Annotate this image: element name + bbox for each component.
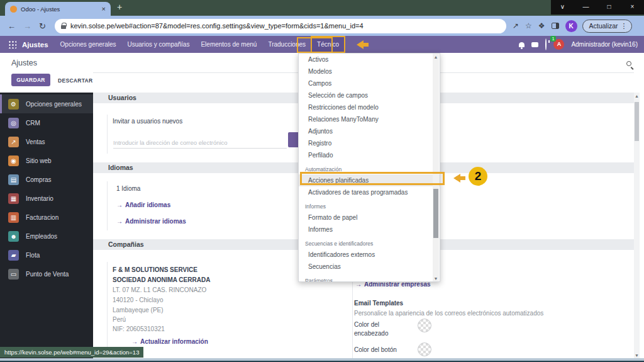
website-globe-icon: ◉ [8, 156, 19, 166]
fleet-car-icon: ▰ [8, 250, 19, 261]
dropdown-item-modelos[interactable]: Modelos [299, 65, 440, 77]
arrow-right-icon: → [131, 338, 138, 345]
forward-icon[interactable]: → [23, 21, 31, 31]
scroll-down-icon[interactable]: ▼ [634, 353, 640, 358]
pos-icon: ▭ [8, 269, 19, 280]
activities-clock[interactable]: 1 [545, 39, 547, 50]
browser-menu-icon[interactable]: ⋮ [621, 22, 628, 30]
dropdown-header-informes: Informes [299, 198, 440, 212]
dropdown-item-informes[interactable]: Informes [299, 223, 440, 235]
update-info-link[interactable]: →Actualizar información [131, 338, 208, 345]
status-link-tooltip: https://kevin.solse.pe/web#menu_id=29&ac… [0, 347, 143, 358]
dropdown-header-parametros: Parámetros [299, 273, 440, 282]
scroll-up-icon[interactable]: ▲ [634, 93, 640, 100]
company-name-line2: SOCIEDAD ANONIMA CERRADA [113, 276, 210, 283]
sidebar-item-crm[interactable]: ◎ CRM [0, 113, 93, 132]
search-icon[interactable] [626, 61, 631, 66]
address-bar[interactable]: kevin.solse.pe/web#action=87&model=res.c… [55, 19, 506, 33]
sales-chart-icon: ↗ [8, 137, 19, 147]
sidebar-item-flota[interactable]: ▰ Flota [0, 246, 93, 264]
user-name[interactable]: Administrador (kevin16) [571, 41, 638, 48]
dropdown-item-perfilado[interactable]: Perfilado [299, 149, 440, 161]
browser-toolbar: ← → ↻ kevin.solse.pe/web#action=87&model… [0, 16, 644, 36]
gear-icon: ⚙ [8, 99, 19, 110]
dropdown-item-relaciones-manytomany[interactable]: Relaciones ManyToMany [299, 113, 440, 125]
browser-tab-bar: Odoo - Ajustes × + ∨ — □ × [0, 0, 644, 16]
window-close-icon[interactable]: × [621, 0, 644, 14]
page-scrollbar-thumb[interactable] [635, 102, 639, 141]
annotation-step-badge: 2 [469, 167, 487, 186]
sidebar-item-label: CRM [26, 120, 40, 127]
menu-opciones-generales[interactable]: Opciones generales [55, 37, 122, 52]
dropdown-item-campos[interactable]: Campos [299, 77, 440, 89]
dropdown-item-formato-de-papel[interactable]: Formato de papel [299, 212, 440, 223]
sidebar-item-inventario[interactable]: ▦ Inventario [0, 189, 93, 208]
new-tab-button[interactable]: + [117, 3, 122, 11]
lock-icon [61, 25, 66, 29]
dropdown-item-activos[interactable]: Activos [299, 54, 440, 65]
employees-icon: ☻ [8, 231, 19, 242]
extensions-icon[interactable]: ❖ [538, 21, 545, 30]
update-chrome-button[interactable]: Actualizar ⋮ [582, 20, 632, 33]
sidebar-item-empleados[interactable]: ☻ Empleados [0, 227, 93, 246]
sidebar-item-facturacion[interactable]: ▥ Facturacion [0, 208, 93, 227]
browser-profile-avatar[interactable]: K [565, 20, 577, 32]
discard-button[interactable]: DESCARTAR [58, 77, 92, 84]
sidebar-item-label: Punto de Venta [26, 271, 69, 278]
reload-icon[interactable]: ↻ [39, 21, 46, 31]
add-languages-label: Añadir idiomas [125, 201, 170, 208]
sidebar-item-label: Inventario [26, 195, 53, 202]
app-name[interactable]: Ajustes [22, 41, 48, 48]
url-text[interactable]: kevin.solse.pe/web#action=87&model=res.c… [70, 22, 364, 30]
crm-icon: ◎ [8, 118, 19, 128]
side-panel-icon[interactable] [552, 23, 559, 29]
dropdown-item-registro[interactable]: Registro [299, 137, 440, 149]
sidebar-item-sitio-web[interactable]: ◉ Sitio web [0, 151, 93, 170]
inventory-icon: ▦ [8, 193, 19, 204]
dropdown-item-adjuntos[interactable]: Adjuntos [299, 125, 440, 137]
window-minimize-icon[interactable]: — [574, 0, 597, 14]
sidebar-item-ventas[interactable]: ↗ Ventas [0, 132, 93, 151]
annotation-arrow-acciones [449, 174, 466, 183]
dropdown-item-seleccion-de-campos[interactable]: Selección de campos [299, 89, 440, 101]
header-color-label-line1: Color del [354, 321, 379, 328]
dropdown-scrollbar-thumb[interactable] [433, 189, 438, 238]
email-templates-title: Email Templates [354, 300, 403, 307]
notifications-bell-icon[interactable] [519, 42, 525, 47]
window-chevron-icon[interactable]: ∨ [551, 0, 574, 14]
apps-grid-icon[interactable] [8, 40, 16, 48]
manage-languages-label: Administrar idiomas [125, 218, 186, 225]
manage-languages-link[interactable]: →Administrar idiomas [116, 218, 186, 225]
share-icon[interactable]: ↗ [513, 21, 519, 30]
email-templates-block: →Administrar empresas Email Templates Pe… [352, 277, 616, 358]
tab-close-icon[interactable]: × [102, 5, 106, 13]
back-icon[interactable]: ← [8, 21, 16, 31]
arrow-right-icon: → [116, 218, 123, 225]
menu-elementos-menu[interactable]: Elementos de menú [195, 37, 262, 52]
messages-chat-icon[interactable] [531, 42, 538, 47]
menu-usuarios-companias[interactable]: Usuarios y compañías [122, 37, 196, 52]
dropdown-item-activadores-de-tareas-programadas[interactable]: Activadores de tareas programadas [299, 186, 440, 198]
save-button[interactable]: GUARDAR [11, 74, 50, 86]
header-color-swatch[interactable] [418, 319, 431, 332]
browser-tab[interactable]: Odoo - Ajustes × [5, 2, 111, 16]
dropdown-scroll-down-icon[interactable]: ▼ [433, 276, 439, 281]
tecnico-dropdown-menu: Activos Modelos Campos Selección de camp… [298, 53, 440, 282]
dropdown-scrollbar[interactable]: ▲ ▼ [433, 54, 439, 281]
bookmark-star-icon[interactable]: ☆ [525, 21, 532, 30]
dropdown-item-secuencias[interactable]: Secuencias [299, 261, 440, 273]
add-languages-link[interactable]: →Añadir idiomas [116, 201, 170, 208]
sidebar-item-label: Flota [26, 252, 40, 259]
invite-email-input[interactable] [113, 137, 287, 149]
button-color-swatch[interactable] [418, 342, 431, 356]
button-color-label: Color del botón [354, 346, 397, 353]
sidebar-item-opciones-generales[interactable]: ⚙ Opciones generales [0, 94, 93, 113]
sidebar-item-punto-de-venta[interactable]: ▭ Punto de Venta [0, 264, 93, 283]
company-name-line1: F & M SOLUTIONS SERVICE [113, 266, 197, 273]
dropdown-scroll-up-icon[interactable]: ▲ [433, 54, 439, 61]
dropdown-item-identificadores-externos[interactable]: Identificadores externos [299, 249, 440, 261]
odoo-favicon-icon [10, 6, 17, 13]
sidebar-item-compras[interactable]: ▤ Compras [0, 170, 93, 189]
window-maximize-icon[interactable]: □ [597, 0, 621, 14]
dropdown-item-restricciones-del-modelo[interactable]: Restricciones del modelo [299, 101, 440, 113]
